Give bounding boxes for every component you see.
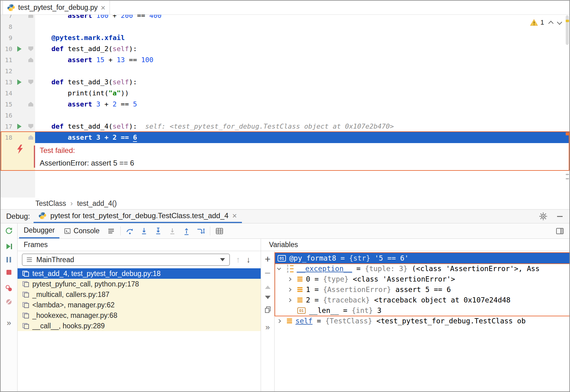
variable-row[interactable]: 01__len__ = {int} 3 xyxy=(275,305,569,316)
code-line-14[interactable]: 14 print(int("a")) xyxy=(1,88,569,99)
layout-settings-icon[interactable] xyxy=(556,223,569,238)
step-into-icon[interactable] xyxy=(137,223,151,238)
more-actions-icon[interactable]: » xyxy=(7,319,11,327)
fold-marker-icon[interactable] xyxy=(28,46,33,51)
step-out-icon[interactable] xyxy=(179,223,194,238)
stripe-mark[interactable] xyxy=(566,174,569,175)
move-up-icon[interactable] xyxy=(265,286,271,289)
expand-chevron-icon[interactable] xyxy=(278,268,287,270)
breadcrumb-method[interactable]: test_add_4() xyxy=(77,199,117,208)
frame-row[interactable]: <lambda>, manager.py:62 xyxy=(18,300,261,310)
line-number[interactable]: 8 xyxy=(1,21,12,32)
code-line-9[interactable]: 9 @pytest.mark.xfail xyxy=(1,32,569,43)
fold-marker-icon[interactable] xyxy=(28,124,33,129)
editor-scrollbar[interactable] xyxy=(565,15,569,198)
rerun-icon[interactable] xyxy=(5,226,13,235)
expand-chevron-icon[interactable] xyxy=(278,320,287,322)
fold-marker-icon[interactable] xyxy=(28,80,33,84)
code-line-10[interactable]: 10 def test_add_2(self): xyxy=(1,43,569,54)
run-test-icon[interactable] xyxy=(17,46,22,52)
line-number[interactable]: 17 xyxy=(1,121,12,132)
breadcrumb-class[interactable]: TestClass xyxy=(35,199,66,208)
line-number[interactable]: 12 xyxy=(1,66,12,77)
variable-row[interactable]: 1 = {AssertionError} assert 5 == 6 xyxy=(275,284,569,295)
fold-marker-icon[interactable] xyxy=(28,15,33,18)
variable-row[interactable]: 2 = {traceback} <traceback object at 0x1… xyxy=(275,295,569,305)
next-frame-icon[interactable]: ↓ xyxy=(247,256,251,264)
step-over-icon[interactable] xyxy=(123,223,137,238)
line-number[interactable]: 11 xyxy=(1,54,12,66)
code-line-13[interactable]: 13 def test_add_3(self): xyxy=(1,77,569,88)
variable-row[interactable]: self = {TestClass} <test_pytest_for_debu… xyxy=(275,316,569,326)
show-execution-point-icon[interactable] xyxy=(104,223,118,238)
fold-marker-icon[interactable] xyxy=(28,58,33,62)
settings-gear-icon[interactable] xyxy=(539,212,548,221)
line-number[interactable]: 16 xyxy=(1,110,12,121)
variable-row[interactable]: 01@py_format8 = {str} '5 == 6' xyxy=(275,253,569,263)
thread-selector[interactable]: MainThread xyxy=(22,254,230,266)
frame-row[interactable]: __call__, hooks.py:289 xyxy=(18,321,261,331)
expand-chevron-icon[interactable] xyxy=(288,288,297,291)
add-watch-icon[interactable]: + xyxy=(265,254,271,264)
force-step-into-icon[interactable] xyxy=(151,223,165,238)
line-number[interactable]: 18 xyxy=(1,132,12,143)
view-as-table-icon[interactable] xyxy=(212,223,227,238)
run-test-icon[interactable] xyxy=(17,124,22,129)
hide-toolwindow-icon[interactable] xyxy=(557,216,563,217)
move-down-icon[interactable] xyxy=(265,296,271,299)
run-to-cursor-icon[interactable] xyxy=(194,223,208,238)
remove-watch-icon[interactable]: − xyxy=(265,268,271,278)
view-breakpoints-icon[interactable] xyxy=(5,284,13,292)
code-line-8[interactable]: 8 xyxy=(1,21,569,32)
code-line-17[interactable]: 17 def test_add_4(self): self: <test_pyt… xyxy=(1,121,569,132)
line-number[interactable]: 15 xyxy=(1,99,12,110)
resume-icon[interactable] xyxy=(5,242,13,250)
variable-row[interactable]: 0 = {type} <class 'AssertionError'> xyxy=(275,274,569,284)
editor-tab[interactable]: test_pytest_for_debug.py × xyxy=(2,1,110,14)
line-number[interactable]: 9 xyxy=(1,32,12,43)
code-editor[interactable]: 7 assert 100 + 200 == 40089 @pytest.mark… xyxy=(1,15,569,198)
more-watches-icon[interactable]: » xyxy=(265,323,270,331)
previous-frame-icon[interactable]: ↑ xyxy=(236,256,240,264)
expand-chevron-icon[interactable] xyxy=(288,278,297,281)
pause-icon[interactable] xyxy=(5,256,13,263)
frame-row[interactable]: test_add_4, test_pytest_for_debug.py:18 xyxy=(18,268,261,279)
code-line-11[interactable]: 11 assert 15 + 13 == 100 xyxy=(1,54,569,66)
line-number[interactable]: 10 xyxy=(1,43,12,54)
stop-icon[interactable] xyxy=(6,269,12,276)
line-number[interactable]: 14 xyxy=(1,88,12,99)
expand-chevron-icon[interactable] xyxy=(288,299,297,302)
code-line-7[interactable]: 7 assert 100 + 200 == 400 xyxy=(1,15,569,21)
frame-row[interactable]: pytest_pyfunc_call, python.py:178 xyxy=(18,279,261,289)
fold-marker-icon[interactable] xyxy=(28,102,33,106)
line-number[interactable]: 13 xyxy=(1,77,12,88)
code-line-15[interactable]: 15 assert 3 + 2 == 5 xyxy=(1,99,569,110)
tab-console[interactable]: Console xyxy=(59,223,104,238)
debug-session-tab[interactable]: pytest for test_pytest_for_debug.TestCla… xyxy=(34,210,242,223)
code-line-16[interactable]: 16 xyxy=(1,110,569,121)
close-tab-icon[interactable]: × xyxy=(101,4,105,12)
run-test-icon[interactable] xyxy=(17,79,22,85)
code-line-12[interactable]: 12 xyxy=(1,66,569,77)
line-number[interactable]: 7 xyxy=(1,15,12,21)
frame-row[interactable]: _hookexec, manager.py:68 xyxy=(18,310,261,321)
variable-row[interactable]: 123__exception__ = {tuple: 3} (<class 'A… xyxy=(275,263,569,274)
frame-row[interactable]: _multicall, callers.py:187 xyxy=(18,289,261,300)
inspection-widget[interactable]: 1 xyxy=(530,18,561,26)
stripe-mark[interactable] xyxy=(566,178,569,179)
duplicate-icon[interactable] xyxy=(264,306,271,315)
tab-debugger[interactable]: Debugger xyxy=(19,223,59,238)
collection-icon xyxy=(297,277,303,282)
smart-step-into-icon[interactable] xyxy=(165,223,179,238)
error-stripe-mark[interactable] xyxy=(566,132,569,135)
next-warning-icon[interactable] xyxy=(557,20,562,25)
close-session-icon[interactable]: × xyxy=(232,212,237,220)
collection-icon xyxy=(287,318,292,323)
warning-stripe-mark[interactable] xyxy=(566,20,569,22)
fold-marker-icon[interactable] xyxy=(28,135,33,140)
mute-breakpoints-icon[interactable] xyxy=(5,298,13,306)
variables-header: Variables xyxy=(261,239,569,251)
code-line-18[interactable]: 18 assert 3 + 2 == 6 xyxy=(1,132,569,143)
test-error-bolt-icon[interactable] xyxy=(16,144,24,154)
prev-warning-icon[interactable] xyxy=(548,21,554,26)
